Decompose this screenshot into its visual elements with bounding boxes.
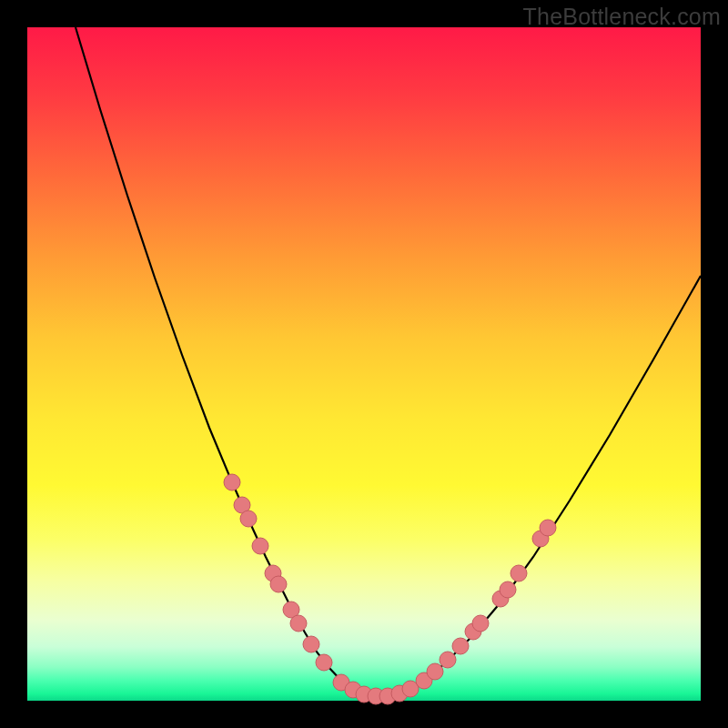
- data-point: [500, 581, 516, 598]
- data-point: [270, 576, 287, 592]
- data-point: [252, 538, 268, 554]
- data-point: [540, 520, 556, 536]
- data-point: [224, 474, 240, 490]
- bottleneck-curve: [76, 27, 701, 696]
- data-point: [427, 663, 443, 680]
- data-point: [452, 638, 469, 654]
- watermark-text: TheBottleneck.com: [523, 4, 721, 30]
- data-point: [316, 654, 332, 671]
- chart-frame: TheBottleneck.com: [0, 0, 728, 728]
- data-point: [472, 615, 489, 632]
- plot-area: [27, 27, 701, 701]
- data-point: [240, 511, 257, 527]
- data-point: [303, 636, 319, 652]
- data-point: [290, 615, 307, 632]
- data-point: [511, 565, 527, 581]
- data-point: [440, 652, 456, 668]
- chart-svg: [27, 27, 701, 701]
- data-points: [224, 474, 556, 704]
